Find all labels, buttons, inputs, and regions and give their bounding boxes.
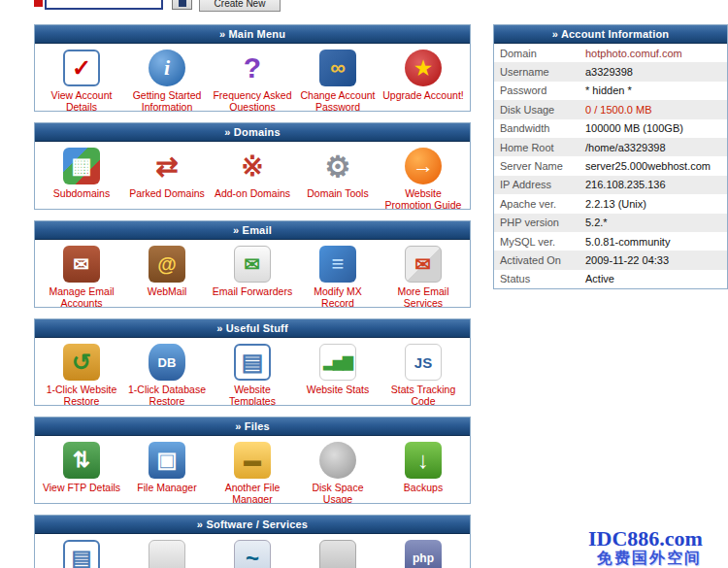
menu-item-disk-space-usage[interactable]: Disk Space Usage <box>297 442 379 504</box>
award-ribbon-icon: ★ <box>405 50 442 86</box>
menu-item-website-stats[interactable]: ▂▅▇ Website Stats <box>297 344 379 395</box>
php-icon: php <box>405 540 442 568</box>
menu-item-mysql[interactable]: ~ <box>212 540 293 568</box>
menu-item-webmail[interactable]: @ WebMail <box>126 246 208 297</box>
menu-item-label: 1-Click Website Restore <box>41 384 122 406</box>
menu-item-email-forwarders[interactable]: ✉ Email Forwarders <box>212 246 293 297</box>
menu-item-getting-started[interactable]: i Getting Started Information <box>126 50 208 112</box>
menu-item-label: Email Forwarders <box>212 285 293 297</box>
menu-item-website-templates[interactable]: ▤ Website Templates <box>212 344 293 406</box>
menu-item-subdomains[interactable]: ▦ Subdomains <box>41 148 122 199</box>
menu-item-label: Website Stats <box>297 384 379 395</box>
watermark-chinese-text: 免费国外空间 <box>597 549 702 568</box>
forward-envelope-icon: ✉ <box>234 246 271 283</box>
menu-item-domain-tools[interactable]: ⚙ Domain Tools <box>297 148 379 199</box>
menu-item-stats-tracking-code[interactable]: JS Stats Tracking Code <box>382 344 464 406</box>
panel-email-title: » Email <box>35 221 470 240</box>
template-window-icon: ▤ <box>234 344 271 381</box>
menu-item-addon-domains[interactable]: ※ Add-on Domains <box>212 148 293 199</box>
panel-useful-stuff: » Useful Stuff ↺ 1-Click Website Restore… <box>34 318 471 406</box>
restore-box-icon: ↺ <box>63 344 100 381</box>
cubes-icon: ▦ <box>63 148 100 184</box>
panel-domains: » Domains ▦ Subdomains ⇄ Parked Domains … <box>34 122 471 210</box>
menu-item-file-manager[interactable]: ▣ File Manager <box>126 442 208 493</box>
cut-red-icon <box>34 0 43 7</box>
mysql-dolphin-icon: ~ <box>234 540 271 568</box>
menu-item-label: Parked Domains <box>126 187 208 199</box>
ftp-server-icon: ⇅ <box>63 442 100 479</box>
row-label: PHP version <box>494 217 585 228</box>
menu-item-change-password[interactable]: ∞ Change Account Password <box>297 50 379 112</box>
row-value: server25.000webhost.com <box>585 160 711 172</box>
row-value: /home/a3329398 <box>585 142 666 153</box>
menu-item-faq[interactable]: ? Frequency Asked Questions <box>212 50 293 112</box>
panel-useful-stuff-title: » Useful Stuff <box>35 319 470 338</box>
menu-item-label: Subdomains <box>41 187 122 199</box>
network-icon: ※ <box>234 148 271 184</box>
panel-main-menu: » Main Menu ✓ View Account Details i Get… <box>34 24 471 112</box>
menu-item-website-promotion[interactable]: → Website Promotion Guide <box>382 148 464 210</box>
account-information-rows: Domain hotphoto.comuf.com Username a3329… <box>494 44 727 288</box>
keys-icon: ∞ <box>319 50 356 86</box>
folder-icon: ▬ <box>234 442 271 479</box>
menu-item-label: Upgrade Account! <box>382 89 464 101</box>
menu-item-database-restore[interactable]: DB 1-Click Database Restore <box>126 344 208 406</box>
go-button[interactable] <box>172 0 192 10</box>
more-email-icon: ✉ <box>405 246 442 283</box>
account-row-home-root: Home Root /home/a3329398 <box>494 138 727 156</box>
menu-item-label: View FTP Details <box>41 482 122 493</box>
account-row-domain: Domain hotphoto.comuf.com <box>494 44 727 62</box>
row-label: Server Name <box>494 160 585 172</box>
gears-icon: ⚙ <box>319 148 356 184</box>
menu-item-label: Getting Started Information <box>126 89 208 112</box>
account-information-title: » Account Information <box>494 25 727 44</box>
menu-item-software-1[interactable]: ▤ <box>41 540 122 568</box>
menu-item-label: Manage Email Accounts <box>41 285 122 308</box>
menu-item-parked-domains[interactable]: ⇄ Parked Domains <box>126 148 208 199</box>
menu-item-software-4[interactable] <box>297 540 379 568</box>
panel-useful-stuff-body: ↺ 1-Click Website Restore DB 1-Click Dat… <box>35 338 470 406</box>
panel-software-services-title: » Software / Services <box>35 516 470 534</box>
software-list-icon: ▤ <box>63 540 100 568</box>
row-label: MySQL ver. <box>494 236 585 248</box>
create-new-button[interactable]: Create New <box>199 0 281 12</box>
row-label: IP Address <box>494 179 585 190</box>
menu-item-modify-mx[interactable]: ≡ Modify MX Record <box>297 246 379 308</box>
account-row-apache-version: Apache ver. 2.2.13 (Unix) <box>494 194 727 213</box>
software-gray-icon <box>319 540 356 568</box>
row-label: Username <box>494 66 585 78</box>
row-value: Active <box>585 273 614 284</box>
menu-item-php[interactable]: php <box>382 540 464 568</box>
menu-item-manage-email[interactable]: ✉ Manage Email Accounts <box>41 246 122 308</box>
database-icon: DB <box>149 344 185 381</box>
menu-item-label: Disk Space Usage <box>297 482 379 504</box>
menu-item-software-2[interactable] <box>126 540 208 568</box>
menu-item-label: Modify MX Record <box>297 285 379 308</box>
js-code-icon: JS <box>405 344 442 381</box>
promotion-arrow-icon: → <box>405 148 442 184</box>
menu-item-label: Stats Tracking Code <box>382 384 464 406</box>
create-new-input[interactable] <box>45 0 163 10</box>
software-item-icon <box>149 540 185 568</box>
row-label: Bandwidth <box>494 122 585 134</box>
panel-software-services: » Software / Services ▤ ~ php <box>34 515 471 568</box>
row-label: Home Root <box>494 142 585 153</box>
menu-item-more-email-services[interactable]: ✉ More Email Services <box>382 246 464 308</box>
menu-item-another-file-manager[interactable]: ▬ Another File Manager <box>212 442 293 504</box>
row-label: Activated On <box>494 254 585 266</box>
account-row-activated-on: Activated On 2009-11-22 04:33 <box>494 251 727 269</box>
menu-item-view-ftp-details[interactable]: ⇅ View FTP Details <box>41 442 122 493</box>
panel-main-menu-body: ✓ View Account Details i Getting Started… <box>35 44 470 112</box>
row-value: 100000 MB (100GB) <box>585 122 683 134</box>
panel-files: » Files ⇅ View FTP Details ▣ File Manage… <box>34 417 471 504</box>
row-value: a3329398 <box>585 66 633 78</box>
menu-item-backups[interactable]: ↓ Backups <box>382 442 464 493</box>
row-value: 5.2.* <box>585 217 608 228</box>
menu-item-label: More Email Services <box>382 285 464 308</box>
menu-item-view-account-details[interactable]: ✓ View Account Details <box>41 50 122 112</box>
menu-item-website-restore[interactable]: ↺ 1-Click Website Restore <box>41 344 122 406</box>
account-row-ip-address: IP Address 216.108.235.136 <box>494 176 727 194</box>
row-label: Apache ver. <box>494 198 585 210</box>
menu-item-upgrade-account[interactable]: ★ Upgrade Account! <box>382 50 464 101</box>
bar-chart-icon: ▂▅▇ <box>319 344 356 381</box>
